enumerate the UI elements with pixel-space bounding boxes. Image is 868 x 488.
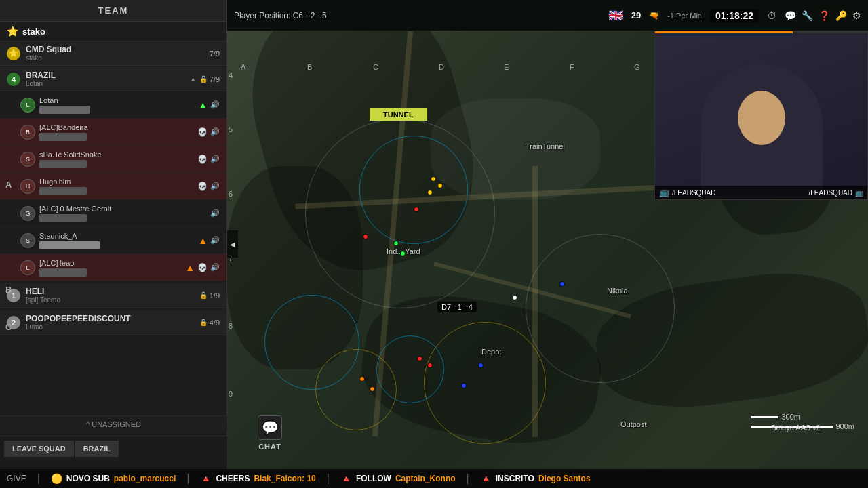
webcam-bar: 📺 /LEADSQUAD /LEADSQUAD 📺 <box>655 186 867 199</box>
row-8: 8 <box>229 322 233 330</box>
sound-icon-7: 🔊 <box>210 263 220 272</box>
squad-heli-name: HELI <box>26 287 199 296</box>
squad-heli[interactable]: 1 HELI [spl] Teemo 🔒 1/9 <box>0 283 226 308</box>
ticker-action-3: FOLLOW <box>356 474 391 483</box>
member-geralt-info: [ALC] 0 Mestre Geralt <box>39 205 210 222</box>
member-hugolbim-name: Hugolbim <box>39 178 197 186</box>
marker-2 <box>437 183 443 188</box>
webcam-progress-fill <box>655 31 793 33</box>
ticker-bar: GIVE | 🟡 NOVO SUB pablo_marcucci | 🔺 CHE… <box>0 469 868 488</box>
member-geralt-name: [ALC] 0 Mestre Geralt <box>39 205 210 213</box>
unassigned-label: ^ UNASSIGNED <box>0 415 227 432</box>
top-right-controls: 🇬🇧 29 🔫 -1 Per Min 01:18:22 ⏱ 💬 🔧 ❓ 🔑 ⚙ <box>608 8 861 23</box>
webcam-channel: /LEADSQUAD <box>672 189 715 197</box>
col-g: G <box>634 63 640 71</box>
ticker-icon-1: 🟡 <box>51 473 62 484</box>
flag-uk: 🇬🇧 <box>608 8 623 23</box>
squad-brazil-header[interactable]: 4 BRAZIL Lotan ▲ 🔒 7/9 <box>0 67 226 92</box>
member-solidsnake[interactable]: S sPa.Tc SolidSnake 💀 🔊 <box>0 146 226 173</box>
squad-poopoo-name: POOPOPEEPEEDISCOUNT <box>26 314 199 323</box>
member-hugolbim-info: Hugolbim <box>39 178 197 195</box>
team-label: TEAM <box>98 5 129 16</box>
scale-300m: 300m <box>781 413 800 421</box>
marker-orange-1 <box>359 376 365 382</box>
member-lotan-info: Lotan <box>39 96 198 114</box>
ticker-action-4: INSCRITO <box>496 474 534 483</box>
sound-icon-2: 🔊 <box>210 127 220 136</box>
member-stadnick-name: Stadnick_A <box>39 232 198 240</box>
sound-icon-3: 🔊 <box>210 155 220 163</box>
member-hugolbim[interactable]: H Hugolbim 💀 🔊 <box>0 173 226 200</box>
ticker-icon-4: 🔺 <box>480 473 492 484</box>
status-up-icon: ▲ <box>185 262 195 273</box>
dead-icon: 💀 <box>197 127 208 137</box>
lock-icon: 🔒 <box>199 75 208 83</box>
col-a: A <box>241 63 245 71</box>
member-bandeira-info: [ALC]Bandeira <box>39 123 197 141</box>
col-e: E <box>504 63 509 71</box>
col-f: F <box>570 63 574 71</box>
settings-icon[interactable]: ⚙ <box>852 10 861 21</box>
squad-poopoo-sub: Lumo <box>26 323 199 331</box>
member-lotan-status: ▲ 🔊 <box>198 100 220 110</box>
squad-poopoo-count: 🔒 4/9 <box>199 319 220 327</box>
member-geralt-avatar: G <box>20 206 35 221</box>
member-solidsnake-status: 💀 🔊 <box>197 155 220 164</box>
help-icon[interactable]: ❓ <box>818 10 830 21</box>
member-solidsnake-weapon <box>39 160 87 168</box>
marker-red-2 <box>363 234 368 239</box>
nikola-label: Nikola <box>607 287 628 295</box>
member-bandeira-avatar: B <box>20 125 35 140</box>
position-tooltip: D7 - 1 - 4 <box>437 302 477 312</box>
chat-top-icon[interactable]: 💬 <box>785 10 796 21</box>
member-bandeira[interactable]: B [ALC]Bandeira 💀 🔊 <box>0 119 226 146</box>
member-geralt[interactable]: G [ALC] 0 Mestre Geralt 🔊 <box>0 200 226 227</box>
member-stadnick[interactable]: S Stadnick_A ▲ 🔊 <box>0 227 226 254</box>
status-dead-icon: 💀 <box>197 263 208 272</box>
member-stadnick-avatar: S <box>20 233 35 248</box>
outpost-label: Outpost <box>620 420 647 428</box>
member-lotan[interactable]: L Lotan ▲ 🔊 <box>0 92 226 119</box>
status-icon-2: ▲ <box>198 235 208 246</box>
sound-icon-4: 🔊 <box>210 182 220 190</box>
give-text: GIVE <box>7 474 26 483</box>
scale-bar-1 <box>751 416 778 418</box>
chat-button[interactable]: 💬 CHAT <box>258 415 282 451</box>
chat-label: CHAT <box>258 443 281 451</box>
squad-brazil-icon: 4 <box>7 73 20 86</box>
player-row: ⭐ stako <box>0 22 226 41</box>
key-icon[interactable]: 🔑 <box>835 10 847 21</box>
leave-squad-button[interactable]: LEAVE SQUAD <box>4 441 74 457</box>
member-hugolbim-status: 💀 🔊 <box>197 182 220 191</box>
marker-orange-2 <box>370 386 375 392</box>
row-4: 4 <box>229 71 233 79</box>
ticker-name-1: pablo_marcucci <box>114 474 176 483</box>
member-bandeira-name: [ALC]Bandeira <box>39 123 197 131</box>
marker-blue-1 <box>559 281 565 287</box>
timer-display: 01:18:22 <box>710 9 759 22</box>
member-leao-info: [ALC] leao <box>39 259 185 277</box>
section-c-label: C <box>5 322 12 332</box>
webcam-subscribe-icon: 📺 <box>855 189 863 197</box>
ticker-icon-2: 🔺 <box>200 473 212 484</box>
tunnel-marker: TUNNEL <box>370 108 427 121</box>
member-leao[interactable]: L [ALC] leao ▲ 💀 🔊 <box>0 254 226 281</box>
marker-green-2 <box>400 251 406 256</box>
squad-brazil-name: BRAZIL <box>26 70 190 80</box>
ticker-action-1: NOVO SUB <box>66 474 110 483</box>
member-bandeira-status: 💀 🔊 <box>197 127 220 137</box>
collapse-button[interactable]: ◀ <box>227 230 238 258</box>
tools-icon[interactable]: 🔧 <box>802 10 813 21</box>
ticker-item-1: 🟡 NOVO SUB pablo_marcucci <box>51 473 176 484</box>
brazil-button[interactable]: BRAZIL <box>75 441 119 457</box>
lock-icon-poopoo: 🔒 <box>199 319 208 326</box>
squad-poopoo[interactable]: 2 POOPOPEEPEEDISCOUNT Lumo 🔒 4/9 <box>0 310 226 336</box>
squad-cmd-header[interactable]: ⭐ CMD Squad stako 7/9 <box>0 41 226 66</box>
col-c: C <box>373 63 378 71</box>
squad-heli-sub: [spl] Teemo <box>26 296 199 304</box>
top-icons: 💬 🔧 ❓ 🔑 ⚙ <box>785 10 861 21</box>
member-stadnick-info: Stadnick_A <box>39 232 198 249</box>
player-position-display: Player Position: C6 - 2 - 5 <box>234 11 327 20</box>
squad-brazil-count: 🔒 7/9 <box>199 75 220 83</box>
marker-white <box>512 295 517 300</box>
